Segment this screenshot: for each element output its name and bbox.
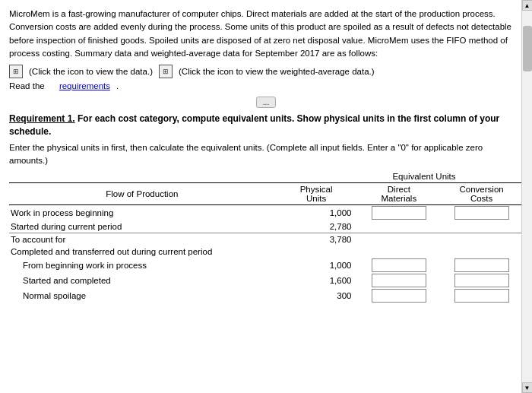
table-wrapper: Equivalent Units Flow of Production Phys…	[9, 172, 523, 303]
row-label-completed-transferred: Completed and transferred out during cur…	[9, 246, 275, 258]
row-conversion-wip-begin	[440, 205, 523, 221]
table-header-row: Flow of Production PhysicalUnits DirectM…	[9, 183, 523, 205]
row-label-started-completed: Started and completed	[9, 273, 275, 288]
row-physical-normal-spoilage: 300	[275, 288, 358, 303]
col-header-conversion: ConversionCosts	[440, 183, 523, 205]
period: .	[116, 81, 119, 90]
row-conversion-started-completed	[440, 273, 523, 288]
row-label-normal-spoilage: Normal spoilage	[9, 288, 275, 303]
col-header-physical: PhysicalUnits	[275, 183, 358, 205]
scrollbar: ▲ ▼	[521, 0, 532, 393]
row-label-wip-begin: Work in process beginning	[9, 205, 275, 221]
data-icon-1[interactable]: ⊞	[9, 65, 23, 78]
req-title-bold: Requirement 1.	[9, 113, 75, 124]
row-direct-to-account	[357, 233, 440, 246]
icon1-label: (Click the icon to view the data.)	[29, 67, 153, 76]
req-desc: Enter the physical units in first, then …	[9, 141, 523, 168]
row-physical-completed-transferred	[275, 246, 358, 258]
requirement-section: Requirement 1. For each cost category, c…	[9, 113, 523, 167]
icon2-label: (Click the icon to view the weighted-ave…	[179, 67, 375, 76]
table-row: To account for 3,780	[9, 233, 523, 246]
data-icon-2[interactable]: ⊞	[159, 65, 173, 78]
row-direct-started-completed	[357, 273, 440, 288]
icon-row: ⊞ (Click the icon to view the data.) ⊞ (…	[9, 65, 523, 78]
row-direct-completed-transferred	[357, 246, 440, 258]
row-conversion-started	[440, 220, 523, 233]
conversion-input-normal-spoilage[interactable]	[454, 289, 509, 303]
read-requirements-row: Read the requirements.	[9, 81, 523, 90]
row-physical-started-completed: 1,600	[275, 273, 358, 288]
scroll-down-arrow[interactable]: ▼	[522, 382, 533, 393]
expand-button[interactable]: ...	[256, 97, 276, 108]
intro-text: MicroMem is a fast-growing manufacturer …	[9, 8, 523, 60]
table-row: Work in process beginning 1,000	[9, 205, 523, 221]
row-conversion-completed-transferred	[440, 246, 523, 258]
row-direct-wip-begin	[357, 205, 440, 221]
conversion-input-wip-begin[interactable]	[454, 206, 509, 220]
eq-header-area: Equivalent Units	[9, 172, 523, 181]
divider-row: ...	[9, 97, 523, 108]
scroll-up-arrow[interactable]: ▲	[522, 0, 533, 11]
read-text: Read the	[9, 81, 45, 90]
row-label-started: Started during current period	[9, 220, 275, 233]
production-table: Flow of Production PhysicalUnits DirectM…	[9, 182, 523, 303]
direct-input-started-completed[interactable]	[372, 274, 426, 287]
row-label-to-account: To account for	[9, 233, 275, 246]
row-physical-from-beginning: 1,000	[275, 258, 358, 273]
col-header-flow: Flow of Production	[9, 183, 275, 205]
conversion-input-started-completed[interactable]	[454, 274, 509, 287]
direct-input-normal-spoilage[interactable]	[372, 289, 426, 303]
requirements-link[interactable]: requirements	[59, 81, 110, 90]
table-row: Completed and transferred out during cur…	[9, 246, 523, 258]
req-title: Requirement 1. For each cost category, c…	[9, 113, 523, 138]
direct-input-wip-begin[interactable]	[372, 206, 426, 220]
row-conversion-to-account	[440, 233, 523, 246]
row-direct-normal-spoilage	[357, 288, 440, 303]
row-physical-to-account: 3,780	[275, 233, 358, 246]
row-direct-from-beginning	[357, 258, 440, 273]
col-header-direct: DirectMaterials	[357, 183, 440, 205]
row-direct-started	[357, 220, 440, 233]
row-physical-wip-begin: 1,000	[275, 205, 358, 221]
row-conversion-normal-spoilage	[440, 288, 523, 303]
row-label-from-beginning: From beginning work in process	[9, 258, 275, 273]
conversion-input-from-beginning[interactable]	[454, 258, 509, 272]
row-physical-started: 2,780	[275, 220, 358, 233]
table-row: Started during current period 2,780	[9, 220, 523, 233]
table-row: Started and completed 1,600	[9, 273, 523, 288]
scrollbar-thumb[interactable]	[523, 26, 532, 71]
eq-units-label: Equivalent Units	[348, 172, 500, 181]
table-row: From beginning work in process 1,000	[9, 258, 523, 273]
row-conversion-from-beginning	[440, 258, 523, 273]
direct-input-from-beginning[interactable]	[372, 258, 426, 272]
req-title-rest: For each cost category, compute equivale…	[9, 113, 499, 137]
table-row: Normal spoilage 300	[9, 288, 523, 303]
main-container: MicroMem is a fast-growing manufacturer …	[0, 0, 532, 393]
